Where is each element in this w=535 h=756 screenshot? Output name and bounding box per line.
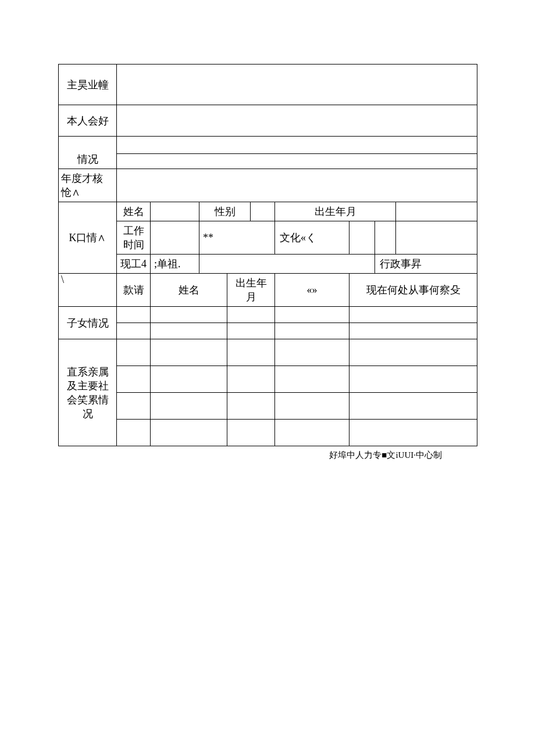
- table-cell: [151, 339, 227, 366]
- table-cell: [275, 339, 349, 366]
- table-cell: [227, 393, 275, 420]
- table-cell: [151, 366, 227, 393]
- corner-slash: \: [59, 274, 117, 307]
- table-cell: [275, 307, 349, 323]
- table-cell: [275, 323, 349, 339]
- table-cell: [275, 420, 349, 446]
- label-spouse-sex: 性别: [199, 202, 251, 221]
- label-spouse-culture: 文化«く: [275, 221, 349, 255]
- table-cell: [117, 323, 151, 339]
- table-cell: [117, 307, 151, 323]
- label-relatives: 直系亲属及主要社会笑累情况: [59, 339, 117, 446]
- value-spouse-sex: [251, 202, 275, 221]
- table-cell: [349, 393, 477, 420]
- table-cell: [227, 323, 275, 339]
- table-cell: [117, 339, 151, 366]
- value-spouse-unit-hint: ;单祖.: [151, 255, 199, 274]
- table-cell: [275, 393, 349, 420]
- table-cell: [227, 307, 275, 323]
- table-cell: [349, 307, 477, 323]
- value-spouse-unit: [199, 255, 375, 274]
- label-fam-relation: 款请: [117, 274, 151, 307]
- label-spouse-worktime: 工作时间: [117, 221, 151, 255]
- table-cell: [151, 393, 227, 420]
- table-cell: [151, 420, 227, 446]
- table-cell: [349, 366, 477, 393]
- table-cell: [227, 366, 275, 393]
- personnel-table: 主昊业幢 本人会好 情况 年度才核怆∧ K口情∧ 姓名 性别 出生年月 工作时间…: [58, 64, 477, 446]
- table-cell: [227, 339, 275, 366]
- label-fam-mid: «»: [275, 274, 349, 307]
- label-spouse-unit: 现工4: [117, 255, 151, 274]
- table-cell: [349, 420, 477, 446]
- label-achievements: 主昊业幢: [59, 65, 117, 105]
- table-cell: [275, 366, 349, 393]
- label-fam-work: 现在何处从事何察殳: [349, 274, 477, 307]
- value-spouse-culture: [375, 221, 396, 255]
- value-hobby: [117, 105, 477, 137]
- footer-note: 好埠中人力专■文iUUI·中心制: [58, 450, 477, 461]
- label-spouse-section: K口情∧: [59, 202, 117, 274]
- value-spouse-name: [151, 202, 199, 221]
- table-cell: [117, 420, 151, 446]
- table-cell: [227, 420, 275, 446]
- label-situation: 情况: [59, 137, 117, 169]
- label-annual: 年度才核怆∧: [59, 169, 117, 202]
- value-achievements: [117, 65, 477, 105]
- label-spouse-stars: **: [199, 221, 275, 255]
- value-spouse-culture-mid: [349, 221, 375, 255]
- value-situation-bottom: [117, 154, 477, 169]
- label-spouse-admin: 行政事昇: [375, 255, 477, 274]
- value-spouse-worktime: [151, 221, 199, 255]
- table-cell: [349, 323, 477, 339]
- table-cell: [117, 366, 151, 393]
- label-fam-name: 姓名: [151, 274, 227, 307]
- value-annual: [117, 169, 477, 202]
- value-situation-top: [117, 137, 477, 154]
- table-cell: [117, 393, 151, 420]
- table-cell: [349, 339, 477, 366]
- label-hobby: 本人会好: [59, 105, 117, 137]
- value-spouse-culture2: [396, 221, 477, 255]
- table-cell: [151, 323, 227, 339]
- label-spouse-dob: 出生年月: [275, 202, 396, 221]
- label-spouse-name: 姓名: [117, 202, 151, 221]
- label-children: 子女情况: [59, 307, 117, 339]
- value-spouse-dob: [396, 202, 477, 221]
- label-fam-dob: 出生年月: [227, 274, 275, 307]
- table-cell: [151, 307, 227, 323]
